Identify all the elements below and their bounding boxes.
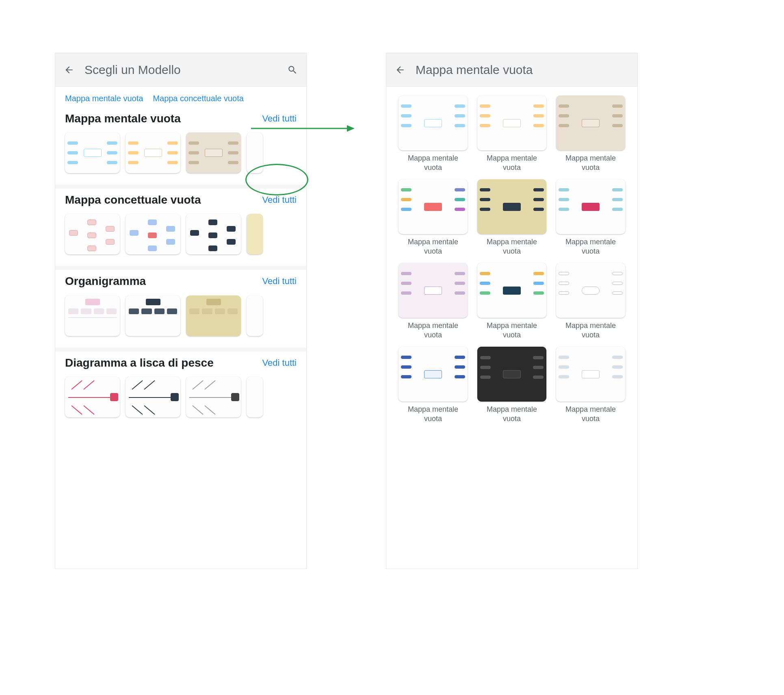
back-button[interactable]: [392, 62, 408, 78]
see-all-link[interactable]: Vedi tutti: [262, 358, 297, 368]
arrow-left-icon: [395, 65, 405, 75]
template-card[interactable]: [186, 214, 241, 254]
appbar-title: Scegli un Modello: [84, 63, 277, 77]
template-card[interactable]: [477, 179, 546, 234]
template-item[interactable]: Mappa mentale vuota: [398, 96, 468, 172]
template-card[interactable]: [126, 295, 180, 336]
template-card[interactable]: [186, 132, 241, 173]
template-card[interactable]: [556, 347, 625, 402]
template-card[interactable]: [126, 132, 180, 173]
template-label: Mappa mentale vuota: [398, 154, 468, 172]
template-label: Mappa mentale vuota: [398, 321, 468, 339]
template-item[interactable]: Mappa mentale vuota: [398, 347, 468, 423]
template-label: Mappa mentale vuota: [398, 405, 468, 423]
template-label: Mappa mentale vuota: [556, 154, 625, 172]
chip-concept-map[interactable]: Mappa concettuale vuota: [153, 94, 244, 103]
template-card[interactable]: [65, 132, 120, 173]
template-row[interactable]: [55, 128, 306, 185]
svg-marker-1: [347, 125, 355, 132]
arrow-left-icon: [64, 65, 74, 75]
template-card[interactable]: [398, 96, 468, 150]
template-card[interactable]: [398, 179, 468, 234]
template-card-peek[interactable]: [247, 377, 263, 417]
content: Mappa mentale vuotaMappa mentale vuotaMa…: [386, 87, 637, 569]
section-title: Mappa mentale vuota: [65, 112, 258, 125]
search-icon: [287, 65, 298, 75]
template-card[interactable]: [477, 96, 546, 150]
template-row[interactable]: [55, 373, 306, 429]
see-all-link[interactable]: Vedi tutti: [262, 276, 297, 287]
section-title: Organigramma: [65, 275, 258, 288]
template-card[interactable]: [65, 377, 120, 417]
content: Mappa mentale vuota Mappa concettuale vu…: [55, 87, 306, 569]
template-grid: Mappa mentale vuotaMappa mentale vuotaMa…: [386, 87, 637, 432]
appbar: Scegli un Modello: [55, 53, 306, 87]
template-item[interactable]: Mappa mentale vuota: [556, 96, 625, 172]
template-card[interactable]: [186, 295, 241, 336]
template-row[interactable]: [55, 291, 306, 348]
template-card-peek[interactable]: [247, 295, 263, 336]
template-card[interactable]: [398, 263, 468, 318]
template-card-peek[interactable]: [247, 214, 263, 254]
template-label: Mappa mentale vuota: [477, 405, 546, 423]
template-card[interactable]: [126, 377, 180, 417]
template-card[interactable]: [186, 377, 241, 417]
template-label: Mappa mentale vuota: [477, 154, 546, 172]
template-item[interactable]: Mappa mentale vuota: [398, 179, 468, 256]
template-card[interactable]: [477, 347, 546, 402]
template-item[interactable]: Mappa mentale vuota: [477, 179, 546, 256]
chip-mind-map[interactable]: Mappa mentale vuota: [65, 94, 143, 103]
section-fishbone: Diagramma a lisca di pesce Vedi tutti: [55, 352, 306, 429]
template-item[interactable]: Mappa mentale vuota: [477, 96, 546, 172]
template-label: Mappa mentale vuota: [477, 237, 546, 256]
template-item[interactable]: Mappa mentale vuota: [477, 263, 546, 339]
template-label: Mappa mentale vuota: [398, 237, 468, 256]
template-card[interactable]: [65, 214, 120, 254]
template-card[interactable]: [126, 214, 180, 254]
screen-choose-template: Scegli un Modello Mappa mentale vuota Ma…: [55, 53, 307, 569]
template-label: Mappa mentale vuota: [556, 321, 625, 339]
appbar: Mappa mentale vuota: [386, 53, 637, 87]
template-card[interactable]: [398, 347, 468, 402]
template-row[interactable]: [55, 210, 306, 266]
category-chips: Mappa mentale vuota Mappa concettuale vu…: [55, 87, 306, 107]
template-label: Mappa mentale vuota: [556, 237, 625, 256]
template-card-peek[interactable]: [247, 132, 263, 173]
section-title: Mappa concettuale vuota: [65, 193, 258, 206]
template-card[interactable]: [556, 263, 625, 318]
section-concept-map: Mappa concettuale vuota Vedi tutti: [55, 189, 306, 270]
template-label: Mappa mentale vuota: [556, 405, 625, 423]
search-button[interactable]: [284, 62, 301, 78]
template-item[interactable]: Mappa mentale vuota: [477, 347, 546, 423]
template-card[interactable]: [65, 295, 120, 336]
template-card[interactable]: [556, 179, 625, 234]
see-all-link[interactable]: Vedi tutti: [262, 195, 297, 205]
section-mind-map: Mappa mentale vuota Vedi tutti: [55, 107, 306, 189]
template-item[interactable]: Mappa mentale vuota: [556, 179, 625, 256]
template-item[interactable]: Mappa mentale vuota: [556, 263, 625, 339]
template-label: Mappa mentale vuota: [477, 321, 546, 339]
screen-mind-map-templates: Mappa mentale vuota Mappa mentale vuotaM…: [386, 53, 638, 569]
section-title: Diagramma a lisca di pesce: [65, 356, 258, 369]
appbar-title: Mappa mentale vuota: [416, 63, 632, 77]
section-org-chart: Organigramma Vedi tutti: [55, 270, 306, 351]
template-card[interactable]: [556, 96, 625, 150]
see-all-link[interactable]: Vedi tutti: [262, 113, 297, 124]
template-item[interactable]: Mappa mentale vuota: [556, 347, 625, 423]
back-button[interactable]: [61, 62, 77, 78]
template-card[interactable]: [477, 263, 546, 318]
template-item[interactable]: Mappa mentale vuota: [398, 263, 468, 339]
